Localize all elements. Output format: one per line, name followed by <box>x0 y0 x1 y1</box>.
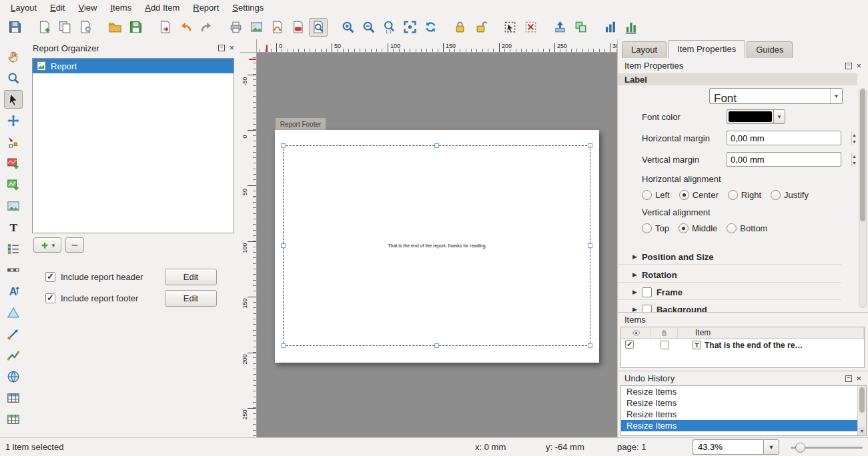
selection-handle[interactable] <box>434 343 439 348</box>
close-panel-icon[interactable]: × <box>856 375 861 382</box>
menu-report[interactable]: Report <box>186 1 226 14</box>
selection-handle[interactable] <box>588 343 592 348</box>
vertical-margin-input[interactable] <box>727 153 851 166</box>
undo-scrollbar[interactable]: ▼ <box>857 386 866 435</box>
zoom-in-icon[interactable] <box>338 18 357 37</box>
export-image-icon[interactable] <box>247 18 266 37</box>
halign-right-radio[interactable]: Right <box>728 190 761 200</box>
tab-item-properties[interactable]: Item Properties <box>668 40 745 58</box>
menu-layout[interactable]: Layout <box>4 1 43 14</box>
export-pdf-icon[interactable] <box>288 18 307 37</box>
zoom-out-icon[interactable] <box>359 18 378 37</box>
add-attribute-table-icon[interactable] <box>4 389 23 407</box>
add-label-icon[interactable]: T <box>4 218 23 237</box>
add-3d-map-icon[interactable] <box>4 175 23 194</box>
group-frame[interactable]: ▶ Frame <box>618 285 841 300</box>
chevron-down-icon[interactable]: ▼ <box>763 439 779 455</box>
include-report-header-checkbox[interactable] <box>45 272 55 282</box>
remove-section-button[interactable] <box>65 237 84 253</box>
add-fixed-table-icon[interactable] <box>4 410 23 429</box>
add-map-icon[interactable] <box>4 154 23 173</box>
print-icon[interactable] <box>226 18 245 37</box>
spin-down-icon[interactable]: ▼ <box>852 138 857 145</box>
undo-entry[interactable]: Resize Items <box>621 409 866 420</box>
add-node-item-icon[interactable] <box>4 346 23 365</box>
raise-items-icon[interactable] <box>550 18 569 37</box>
include-report-footer-checkbox[interactable] <box>45 293 55 303</box>
add-arrow-icon[interactable] <box>4 325 23 343</box>
resize-items-icon[interactable] <box>621 18 640 37</box>
selection-handle[interactable] <box>281 343 286 348</box>
group-background[interactable]: ▶ Background <box>618 302 841 312</box>
save-as-template-icon[interactable] <box>126 18 145 37</box>
halign-center-radio[interactable]: Center <box>679 190 719 200</box>
background-checkbox[interactable] <box>642 305 652 313</box>
zoom-tool-icon[interactable] <box>4 69 23 87</box>
font-combobox[interactable]: Font ▾ <box>709 88 843 104</box>
float-panel-icon[interactable] <box>218 45 225 51</box>
undo-icon[interactable] <box>176 18 195 37</box>
scrollbar-thumb[interactable] <box>860 89 865 221</box>
add-shape-icon[interactable] <box>4 303 23 322</box>
select-move-tool-icon[interactable] <box>4 90 23 109</box>
close-panel-icon[interactable]: × <box>229 45 234 51</box>
selection-handle[interactable] <box>281 143 286 148</box>
horizontal-margin-spinbox[interactable]: ▲▼ <box>727 131 841 145</box>
zoom-preview-icon[interactable] <box>309 18 328 37</box>
item-visibility-checkbox[interactable] <box>625 340 634 349</box>
zoom-slider-handle[interactable] <box>795 443 805 453</box>
export-svg-icon[interactable] <box>268 18 286 37</box>
float-panel-icon[interactable] <box>845 375 852 382</box>
layout-manager-icon[interactable] <box>76 18 95 37</box>
tab-guides[interactable]: Guides <box>747 41 793 58</box>
selection-handle[interactable] <box>588 243 592 248</box>
add-north-arrow-icon[interactable]: A <box>4 282 23 301</box>
menu-settings[interactable]: Settings <box>226 1 270 14</box>
add-legend-icon[interactable] <box>4 239 23 258</box>
open-template-icon[interactable] <box>105 18 124 37</box>
scroll-down-arrow-icon[interactable]: ▼ <box>859 427 865 435</box>
spin-up-icon[interactable]: ▲ <box>852 131 857 138</box>
menu-view[interactable]: View <box>71 1 103 14</box>
move-content-tool-icon[interactable] <box>4 111 23 130</box>
font-color-button[interactable]: ▾ <box>727 109 785 124</box>
float-panel-icon[interactable] <box>845 63 852 69</box>
tab-layout[interactable]: Layout <box>622 41 667 58</box>
group-items-icon[interactable] <box>571 18 590 37</box>
add-scalebar-icon[interactable] <box>4 261 23 279</box>
menu-items[interactable]: Items <box>103 1 138 14</box>
deselect-all-icon[interactable] <box>521 18 540 37</box>
chevron-down-icon[interactable]: ▾ <box>830 89 842 103</box>
halign-justify-radio[interactable]: Justify <box>771 190 809 200</box>
selected-label-item[interactable]: That is the end of the report- thanks fo… <box>283 145 590 346</box>
horizontal-margin-input[interactable] <box>727 131 851 145</box>
close-panel-icon[interactable]: × <box>856 63 861 69</box>
valign-top-radio[interactable]: Top <box>642 223 669 233</box>
zoom-input[interactable] <box>693 439 763 455</box>
group-rotation[interactable]: ▶ Rotation <box>618 267 841 283</box>
menu-edit[interactable]: Edit <box>43 1 71 14</box>
group-position-and-size[interactable]: ▶ Position and Size <box>618 249 841 265</box>
spin-up-icon[interactable]: ▲ <box>852 153 857 159</box>
selection-handle[interactable] <box>434 143 439 148</box>
halign-left-radio[interactable]: Left <box>642 190 670 200</box>
add-html-icon[interactable] <box>4 367 23 386</box>
canvas-viewport[interactable]: Report Footer That is the end of the rep… <box>257 53 617 437</box>
report-page[interactable]: That is the end of the report- thanks fo… <box>275 130 599 363</box>
frame-checkbox[interactable] <box>642 287 652 297</box>
item-lock-checkbox[interactable] <box>661 341 669 349</box>
menu-add-item[interactable]: Add Item <box>138 1 186 14</box>
undo-entry[interactable]: Resize Items <box>621 386 866 397</box>
export-report-icon[interactable] <box>155 18 174 37</box>
redo-icon[interactable] <box>197 18 215 37</box>
zoom-slider[interactable] <box>791 447 863 449</box>
zoom-full-icon[interactable] <box>400 18 419 37</box>
selection-handle[interactable] <box>281 243 286 248</box>
report-tree-item[interactable]: Report <box>33 59 234 73</box>
zoom-actual-icon[interactable]: 1:1 <box>380 18 398 37</box>
layout-canvas[interactable]: 0 50 100 150 200 250 300 -50 0 50 100 15… <box>240 39 617 437</box>
duplicate-layout-icon[interactable] <box>55 18 74 37</box>
add-picture-icon[interactable] <box>4 197 23 215</box>
refresh-view-icon[interactable] <box>421 18 440 37</box>
spin-down-icon[interactable]: ▼ <box>852 159 857 166</box>
